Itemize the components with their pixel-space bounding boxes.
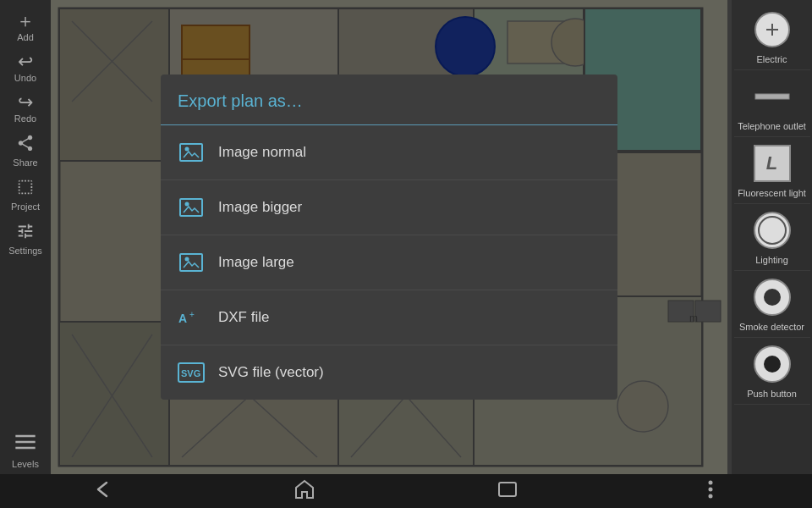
svg-icon: SVG (178, 359, 205, 386)
dxf-icon: A + (178, 304, 205, 331)
sidebar-item-levels[interactable]: Levels (0, 425, 51, 474)
right-item-push-button[interactable]: Push button (734, 338, 810, 405)
dialog-title: Export plan as… (161, 75, 617, 125)
sidebar-item-redo[interactable]: ↪ Redo (0, 88, 51, 129)
lighting-label: Lighting (755, 255, 788, 265)
lighting-icon (751, 209, 793, 251)
right-item-smoke-detector[interactable]: Smoke detector (734, 271, 810, 338)
sidebar-item-undo[interactable]: ↩ Undo (0, 47, 51, 88)
svg-rect-34 (180, 254, 202, 271)
export-dialog: Export plan as… Image normal (161, 75, 617, 400)
sidebar-item-project[interactable]: Project (0, 173, 51, 217)
fluorescent-light-label: Fluorescent light (738, 188, 806, 198)
image-large-icon (178, 249, 205, 276)
more-options-button[interactable] (699, 478, 722, 505)
dialog-overlay: Export plan as… Image normal (51, 0, 727, 474)
export-svg-file[interactable]: SVG SVG file (vector) (161, 345, 617, 400)
levels-icon (14, 430, 37, 457)
image-bigger-label: Image bigger (218, 199, 302, 216)
svg-point-31 (185, 147, 189, 152)
fluorescent-light-icon: L (751, 142, 793, 185)
svg-text:A: A (178, 312, 187, 325)
dialog-title-text: Export plan as… (178, 91, 303, 110)
export-image-normal[interactable]: Image normal (161, 125, 617, 180)
sidebar-label-undo: Undo (14, 73, 36, 83)
svg-rect-30 (180, 144, 202, 161)
image-bigger-icon (178, 194, 205, 221)
sidebar-label-settings: Settings (8, 246, 42, 256)
export-dxf-file[interactable]: A + DXF file (161, 290, 617, 345)
svg-point-33 (185, 202, 189, 207)
back-button[interactable] (90, 478, 113, 505)
smoke-detector-label: Smoke detector (739, 322, 804, 332)
svg-point-45 (709, 480, 713, 484)
svg-text:+: + (189, 310, 195, 319)
electric-label: Electric (756, 54, 787, 64)
export-image-large[interactable]: Image large (161, 235, 617, 290)
recents-button[interactable] (496, 478, 519, 505)
add-icon: ＋ (16, 12, 35, 30)
svg-rect-43 (755, 94, 789, 99)
telephone-outlet-icon (751, 75, 793, 118)
push-button-icon (751, 343, 793, 385)
image-normal-icon (178, 139, 205, 166)
telephone-outlet-label: Telephone outlet (738, 121, 806, 131)
left-sidebar: ＋ Add ↩ Undo ↪ Redo Share Project Setti (0, 0, 51, 474)
svg-rect-44 (499, 483, 516, 496)
sidebar-item-add[interactable]: ＋ Add (0, 7, 51, 47)
svg-point-47 (709, 494, 713, 498)
sidebar-label-project: Project (11, 202, 40, 212)
export-image-bigger[interactable]: Image bigger (161, 180, 617, 235)
svg-rect-32 (180, 199, 202, 216)
svg-file-label: SVG file (vector) (218, 364, 324, 381)
bottom-nav (0, 474, 812, 508)
smoke-detector-icon (751, 276, 793, 318)
home-button[interactable] (293, 478, 316, 505)
svg-point-35 (185, 257, 189, 262)
share-icon (16, 134, 35, 156)
electric-icon (751, 8, 793, 51)
right-sidebar: Electric Telephone outlet L Fluorescent … (732, 0, 812, 474)
sidebar-label-add: Add (17, 32, 34, 42)
project-icon (16, 178, 35, 200)
right-item-electric[interactable]: Electric (734, 3, 810, 70)
right-item-lighting[interactable]: Lighting (734, 204, 810, 271)
redo-icon: ↪ (18, 93, 33, 112)
sidebar-item-settings[interactable]: Settings (0, 217, 51, 261)
dxf-file-label: DXF file (218, 309, 269, 326)
push-button-label: Push button (747, 389, 797, 399)
undo-icon: ↩ (18, 52, 33, 71)
svg-text:SVG: SVG (181, 368, 200, 378)
sidebar-label-levels: Levels (12, 459, 39, 469)
right-item-telephone-outlet[interactable]: Telephone outlet (734, 70, 810, 137)
right-item-fluorescent-light[interactable]: L Fluorescent light (734, 137, 810, 204)
sidebar-label-redo: Redo (14, 113, 36, 124)
image-large-label: Image large (218, 254, 294, 271)
image-normal-label: Image normal (218, 144, 306, 161)
sidebar-item-share[interactable]: Share (0, 129, 51, 173)
settings-icon (16, 222, 35, 244)
sidebar-label-share: Share (13, 157, 37, 168)
svg-point-46 (709, 487, 713, 491)
